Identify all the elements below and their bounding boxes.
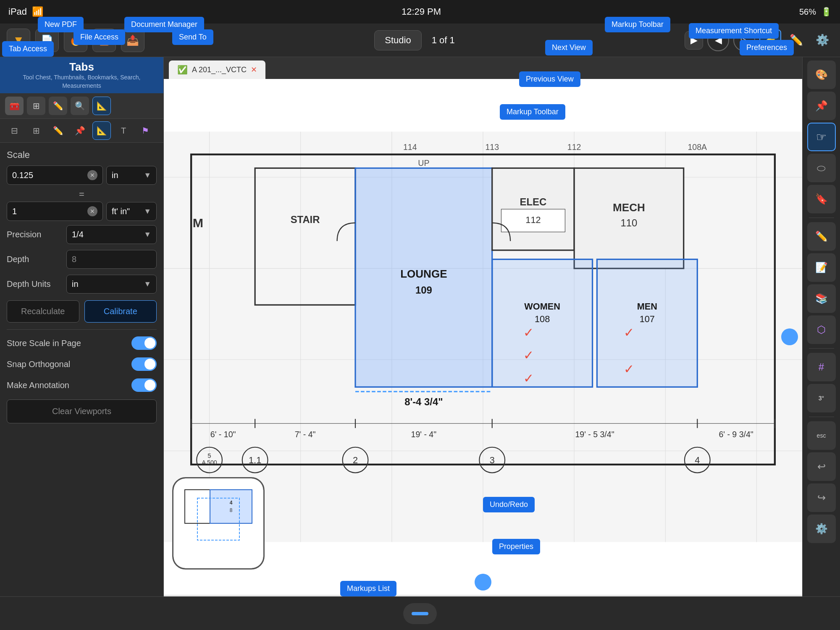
tabs-label: Tabs Tool Chest, Thumbnails, Bookmarks, … <box>0 57 163 93</box>
tab-measure[interactable]: 📐 <box>92 97 111 115</box>
shape-icon: ⬡ <box>817 324 826 336</box>
sidebar-tool-hash[interactable]: # <box>807 353 836 381</box>
sidebar-tool-stamp[interactable]: 🔖 <box>807 185 836 213</box>
precision-dropdown[interactable]: 1/4 ▼ <box>66 225 157 244</box>
sidebar-tool-layers[interactable]: 📚 <box>807 284 836 313</box>
depth-units-row: Depth Units in ▼ <box>7 275 157 294</box>
precision-row: Precision 1/4 ▼ <box>7 225 157 244</box>
status-left: iPad 📶 <box>8 6 43 17</box>
svg-text:114: 114 <box>403 142 417 152</box>
sidebar-tool-note[interactable]: 📝 <box>807 253 836 282</box>
select-icon: ☞ <box>816 130 827 144</box>
pencil-icon: ✏️ <box>790 34 803 47</box>
tool-pen[interactable]: ✏️ <box>49 121 67 140</box>
page-info: 1 of 1 <box>432 35 455 46</box>
sidebar-tool-select[interactable]: ☞ <box>807 123 836 151</box>
calibrate-button[interactable]: Calibrate <box>84 300 157 323</box>
tool-grid[interactable]: ⊞ <box>27 121 45 140</box>
send-to-button[interactable]: 📤 <box>121 29 144 52</box>
svg-text:7' - 4": 7' - 4" <box>295 430 316 439</box>
document-manager-button[interactable]: 📋 <box>92 29 116 52</box>
scale-clear-1[interactable]: ✕ <box>87 170 97 180</box>
snap-orthogonal-toggle[interactable] <box>131 357 157 371</box>
new-pdf-button[interactable]: 📄 <box>35 29 59 52</box>
sidebar-tool-redo[interactable]: ↪ <box>807 483 836 512</box>
document-tab-name: A 201_..._VCTC <box>192 66 247 74</box>
toolbar-right: ▶ ◀ ▷ ⚡ ✏️ ⚙️ <box>685 29 833 51</box>
blue-dot-handle[interactable] <box>781 328 798 345</box>
svg-text:✓: ✓ <box>523 348 534 362</box>
scale-unit-2[interactable]: ft' in" ▼ <box>106 202 157 221</box>
next-view-button[interactable]: ▶ <box>685 31 703 50</box>
svg-text:✓: ✓ <box>624 325 634 339</box>
preferences-button[interactable]: ⚙️ <box>811 29 833 51</box>
sidebar-tool-angle[interactable]: 3° <box>807 384 836 412</box>
svg-text:✓: ✓ <box>523 325 534 339</box>
scale-unit-1[interactable]: in ▼ <box>106 166 157 185</box>
panel-tool-tabs: ⊟ ⊞ ✏️ 📌 📐 T ⚑ <box>0 119 163 143</box>
main-toolbar: ▼ 📄 🔥 📋 📤 Studio 1 of 1 ▶ ◀ ▷ ⚡ ✏️ ⚙️ <box>0 24 840 57</box>
sidebar-tool-color[interactable]: 🎨 <box>807 60 836 89</box>
angle-icon: 3° <box>819 395 824 402</box>
depth-value[interactable]: 8 <box>66 250 157 269</box>
tool-layers[interactable]: ⊟ <box>5 121 24 140</box>
make-annotation-toggle[interactable] <box>131 378 157 392</box>
svg-text:MECH: MECH <box>613 201 645 214</box>
tab-thumbnails[interactable]: ⊞ <box>27 97 45 115</box>
lasso-icon: ⬭ <box>817 162 826 174</box>
tab-search[interactable]: 🔍 <box>71 97 89 115</box>
status-bar: iPad 📶 12:29 PM 56% 🔋 <box>0 0 840 24</box>
panel-content: Scale 0.125 ✕ in ▼ = 1 ✕ ft' in" ▼ <box>0 143 163 596</box>
scale-value-1: 0.125 <box>12 171 33 180</box>
depth-units-dropdown[interactable]: in ▼ <box>66 275 157 294</box>
measurement-shortcut-button[interactable]: ⚡ <box>759 29 781 51</box>
scale-row-2: 1 ✕ ft' in" ▼ <box>7 202 157 221</box>
svg-text:19' - 5 3/4": 19' - 5 3/4" <box>575 430 614 439</box>
measurement-shortcut-icon: ⚡ <box>764 34 777 47</box>
blue-dot-bottom[interactable] <box>475 574 491 591</box>
svg-text:LOUNGE: LOUNGE <box>400 268 447 280</box>
precision-label: Precision <box>7 230 61 239</box>
svg-rect-69 <box>210 490 252 523</box>
close-icon[interactable]: ✕ <box>251 65 257 74</box>
depth-label: Depth <box>7 255 61 264</box>
svg-text:107: 107 <box>640 314 655 324</box>
fire-button[interactable]: 🔥 <box>64 29 87 52</box>
action-buttons: Recalculate Calibrate <box>7 300 157 323</box>
tool-ruler[interactable]: 📐 <box>92 121 111 140</box>
document-tab[interactable]: ✅ A 201_..._VCTC ✕ <box>169 60 265 79</box>
play-icon: ▷ <box>741 35 748 46</box>
svg-text:108: 108 <box>535 314 550 324</box>
sidebar-tool-shape[interactable]: ⬡ <box>807 315 836 344</box>
scale-input-2[interactable]: 1 ✕ <box>7 202 103 221</box>
studio-button[interactable]: Studio <box>374 30 421 50</box>
tool-pin[interactable]: 📌 <box>71 121 89 140</box>
pencil-button[interactable]: ✏️ <box>785 29 807 51</box>
tool-flag[interactable]: ⚑ <box>136 121 155 140</box>
prev-view-button[interactable]: ◀ <box>707 29 729 51</box>
svg-text:4: 4 <box>230 500 233 506</box>
markups-list-handle[interactable] <box>403 603 437 624</box>
battery-label: 56% <box>799 7 816 17</box>
tab-pencil[interactable]: ✏️ <box>49 97 67 115</box>
sidebar-tool-esc[interactable]: esc <box>807 421 836 450</box>
sidebar-tool-undo[interactable]: ↩ <box>807 452 836 481</box>
recalculate-button[interactable]: Recalculate <box>7 300 79 323</box>
scale-input-1[interactable]: 0.125 ✕ <box>7 165 103 185</box>
sidebar-tool-pen[interactable]: ✏️ <box>807 222 836 251</box>
scale-clear-2[interactable]: ✕ <box>87 206 97 216</box>
triangle-tool-button[interactable]: ▼ <box>7 29 30 52</box>
play-button[interactable]: ▷ <box>733 29 755 51</box>
svg-text:WOMEN: WOMEN <box>524 301 560 312</box>
sidebar-tool-properties[interactable]: ⚙️ <box>807 514 836 543</box>
tool-text[interactable]: T <box>114 121 133 140</box>
sidebar-tool-lasso[interactable]: ⬭ <box>807 154 836 182</box>
status-right: 56% 🔋 <box>799 7 832 17</box>
tab-toolchest[interactable]: 🧰 <box>5 97 24 115</box>
equals-sign: = <box>7 189 157 200</box>
store-scale-toggle[interactable] <box>131 336 157 350</box>
svg-text:✓: ✓ <box>624 362 634 376</box>
tabs-title: Tabs <box>7 60 157 74</box>
clear-viewports-button[interactable]: Clear Viewports <box>7 399 157 423</box>
sidebar-tool-pin[interactable]: 📌 <box>807 92 836 120</box>
